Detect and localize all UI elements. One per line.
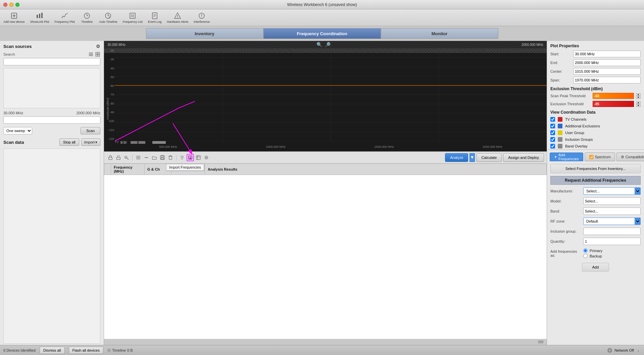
list-icon[interactable] [135, 154, 142, 161]
tab-frequency-coordination[interactable]: Frequency Coordination [263, 28, 381, 39]
spectrum-plot: 30.000 MHz 🔍 🔎 2000.000 MHz -20 -30 -40 … [104, 41, 547, 152]
model-select[interactable]: Select... [583, 197, 641, 205]
additional-exclusions-label: Additional Exclusions [565, 124, 600, 128]
add-button[interactable]: Add [582, 263, 609, 272]
toolbar-timeline[interactable]: Timeline [80, 12, 94, 23]
analyze-button[interactable]: Analyze [445, 153, 468, 162]
grid-view-icon[interactable] [95, 52, 100, 57]
lock-icon[interactable] [107, 154, 114, 161]
primary-radio[interactable] [583, 248, 588, 253]
col-header-analysis[interactable]: Analysis Results [205, 164, 547, 175]
rtab-compat[interactable]: ⚙ Compatibility [616, 153, 644, 161]
rtab-add-freq[interactable]: ✦ Add Frequencies [550, 153, 583, 161]
list-view-icon[interactable] [88, 52, 94, 57]
exclusion-header: Exclusion Threshold (dBm) [547, 84, 644, 92]
band-select[interactable]: Select... [583, 208, 641, 215]
assign-deploy-button[interactable]: Assign and Deploy [503, 153, 544, 162]
trash-icon[interactable] [167, 154, 174, 161]
scan-sources-gear-icon[interactable]: ⚙ [96, 44, 100, 49]
svg-rect-57 [161, 158, 164, 159]
backup-radio[interactable] [583, 254, 588, 258]
rf-zone-select[interactable]: Default [583, 218, 641, 225]
minus-icon[interactable] [143, 154, 150, 161]
band-overlay-check[interactable] [550, 144, 555, 149]
main-toolbar: Add new device ShowLink Plot Frequency P… [0, 9, 644, 26]
import-button[interactable]: Import ▾ [81, 138, 100, 146]
search-input[interactable] [3, 58, 100, 65]
timeline-label: Timeline [112, 348, 126, 352]
exclusion-up[interactable]: ▲ [636, 101, 641, 104]
checklist-icon[interactable] [179, 154, 186, 161]
manufacturer-row: Manufacturer: Select... [547, 186, 644, 196]
svg-rect-56 [161, 156, 163, 157]
minimize-button[interactable] [9, 3, 13, 7]
svg-text:A: A [109, 16, 110, 18]
span-input[interactable] [573, 77, 641, 83]
toolbar-hw-alerts[interactable]: Hardware Alerts [167, 12, 188, 23]
scan-data-list [3, 149, 100, 344]
unlock-icon[interactable] [115, 154, 122, 161]
tv-bars: TV [115, 140, 166, 144]
end-input[interactable] [573, 59, 641, 66]
toolbar-event-log[interactable]: Event Log [148, 12, 162, 23]
timeline-label: Timeline [81, 20, 93, 23]
inclusion-groups-color [558, 137, 562, 142]
save-icon[interactable] [159, 154, 166, 161]
spectrum-tab-label: Spectrum [595, 155, 611, 159]
freq-range-input[interactable] [3, 116, 100, 124]
col-header-freq[interactable]: Frequency (MHz) [111, 164, 145, 175]
scan-button[interactable]: Scan [81, 127, 100, 134]
toolbar-add-device[interactable]: Add new device [3, 12, 25, 23]
zoom-in-icon[interactable]: 🔍 [316, 42, 322, 47]
settings-icon[interactable] [203, 154, 210, 161]
exclusion-down[interactable]: ▼ [636, 104, 641, 107]
sweep-select[interactable]: One sweep [3, 127, 32, 134]
toolbar-interference[interactable]: Interference [194, 12, 210, 23]
window-controls[interactable] [3, 3, 19, 7]
table-toolbar: Import Frequencies Analyze Calculate Ass… [104, 152, 547, 164]
flash-all-button[interactable]: Flash all devices [69, 347, 103, 354]
center-input[interactable] [573, 68, 641, 75]
x-labels: 500.000 MHz 1000.000 MHz 1500.000 MHz 20… [115, 145, 547, 149]
select-from-inventory-btn[interactable]: Select Frequencies From Inventory... [550, 164, 641, 173]
toolbar-showlink[interactable]: ShowLink Plot [30, 12, 49, 23]
rtab-spectrum[interactable]: 📶 Spectrum [585, 153, 615, 161]
table-view-icon[interactable] [195, 154, 202, 161]
inclusion-input[interactable] [583, 228, 641, 235]
timeline-icon [83, 12, 91, 19]
close-button[interactable] [3, 3, 7, 7]
user-group-check[interactable] [550, 130, 555, 135]
exclusion-bar: -85 [593, 101, 634, 107]
zoom-out-icon[interactable]: 🔎 [325, 42, 331, 47]
maximize-button[interactable] [15, 3, 19, 7]
tab-monitor[interactable]: Monitor [381, 28, 498, 39]
toolbar-auto-timeline[interactable]: A Auto Timeline [99, 12, 117, 23]
exclusion-stepper[interactable]: ▲ ▼ [636, 101, 641, 107]
tab-inventory[interactable]: Inventory [146, 28, 263, 39]
tv-channels-label: TV Channels [565, 117, 587, 121]
import-freq-icon[interactable] [187, 154, 194, 161]
scan-peak-up[interactable]: ▲ [636, 93, 641, 96]
key-icon[interactable] [123, 154, 130, 161]
quantity-input[interactable] [583, 238, 641, 245]
rf-zone-row: RF zone: Default [547, 216, 644, 226]
plot-zoom-icons: 🔍 🔎 [316, 42, 331, 47]
inclusion-groups-check[interactable] [550, 137, 555, 142]
dismiss-all-button[interactable]: Dismiss all [40, 347, 65, 354]
calculate-button[interactable]: Calculate [476, 153, 502, 162]
manufacturer-select[interactable]: Select... [583, 187, 641, 195]
start-input[interactable] [573, 51, 641, 57]
tv-channels-check[interactable] [550, 117, 555, 122]
scan-peak-down[interactable]: ▼ [636, 96, 641, 99]
stop-all-button[interactable]: Stop all [59, 138, 79, 146]
folder-open-icon[interactable] [151, 154, 158, 161]
amplitude-label: Amplitude [dBm] [106, 98, 109, 120]
additional-exclusions-check[interactable] [550, 124, 555, 128]
toolbar-freq-list[interactable]: Frequency List [123, 12, 143, 23]
span-label: Span: [550, 78, 571, 82]
toolbar-freq-plot[interactable]: Frequency Plot [55, 12, 75, 23]
import-tooltip: Import Frequencies [166, 164, 204, 171]
scan-peak-stepper[interactable]: ▲ ▼ [636, 93, 641, 99]
analyze-dropdown-icon[interactable] [469, 153, 475, 162]
backup-label: Backup [590, 254, 602, 258]
